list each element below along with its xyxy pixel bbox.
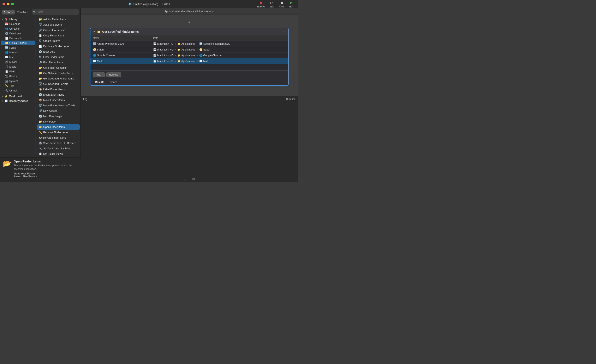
action-eject-disk[interactable]: 💿 Eject Disk — [37, 49, 80, 54]
sidebar-item-fonts[interactable]: 🔤 Fonts — [1, 45, 35, 50]
action-mount-disk[interactable]: 💽 Mount Disk Image — [37, 92, 80, 97]
action-icon: 📂 — [39, 125, 42, 129]
sidebar-item-calendar[interactable]: 📅 Calendar — [1, 22, 35, 26]
action-move-finder-trash[interactable]: 🗑️ Move Finder Items to Trash — [37, 103, 80, 108]
action-label: Set Folder Views — [43, 153, 63, 156]
sidebar-item-label: Contacts — [9, 27, 19, 30]
table-row[interactable]: ✉️ Mail 💾 Macintosh HD › 📁 Applications … — [90, 58, 288, 64]
action-get-specified-finder[interactable]: 📁 Get Specified Finder Items — [37, 76, 80, 81]
canvas-area: Application receives files and folders a… — [81, 8, 298, 182]
sidebar-search-input[interactable] — [32, 9, 79, 15]
action-set-folder-views[interactable]: 📋 Set Folder Views — [37, 151, 80, 157]
action-label: Eject Disk — [43, 50, 55, 53]
action-open-finder[interactable]: 📂 Open Finder Items — [37, 124, 80, 130]
action-new-disk-image[interactable]: 💽 New Disk Image — [37, 114, 80, 119]
action-copy-finder[interactable]: 📋 Copy Finder Items — [37, 33, 80, 38]
card-tab-options[interactable]: Options — [106, 80, 119, 84]
sidebar-item-system[interactable]: 💻 System — [1, 79, 35, 83]
sidebar-item-mail[interactable]: ✉️ Mail — [1, 55, 35, 59]
sidebar-item-utilities[interactable]: 🔧 Utilities — [1, 88, 35, 93]
action-get-folder-contents[interactable]: 📂 Get Folder Contents — [37, 65, 80, 71]
tab-actions[interactable]: Actions — [2, 10, 15, 15]
fullscreen-button[interactable] — [11, 3, 14, 5]
sidebar-item-label: Internet — [9, 51, 18, 54]
grid-view-button[interactable]: ⊞ — [191, 176, 197, 181]
action-label: Get Selected Finder Items — [43, 72, 73, 75]
sidebar-item-label: Movies — [9, 61, 18, 64]
step-button[interactable]: ⏭ Step — [268, 0, 276, 9]
canvas-header-text: Application receives files and folders a… — [81, 8, 298, 15]
tree-recently-added-header[interactable]: ▼ 🕐 Recently Added — [0, 98, 36, 103]
action-ask-servers[interactable]: 🖥️ Ask For Servers — [37, 22, 80, 28]
action-filter-finder[interactable]: 🔍 Filter Finder Items — [37, 54, 80, 60]
utilities-icon: 🔧 — [5, 89, 8, 92]
action-label: Mount Disk Image — [43, 93, 64, 96]
record-icon: ⏺ — [259, 0, 263, 5]
action-detail-description: This action opens the Finder items passe… — [14, 164, 78, 171]
tab-variables[interactable]: Variables — [15, 10, 30, 15]
action-ask-finder[interactable]: 📁 Ask for Finder Items — [37, 17, 80, 22]
action-scan-hp[interactable]: 🖨️ Scan Items from HP Devices — [37, 141, 80, 146]
action-icon: 📂 — [39, 66, 42, 69]
sidebar-item-contacts[interactable]: 👥 Contacts — [1, 26, 35, 31]
action-label: Connect to Servers — [43, 29, 65, 32]
sidebar-item-files-folders[interactable]: 📁 Files & Folders — [1, 41, 35, 45]
sidebar-item-pdfs[interactable]: 📋 PDFs — [1, 69, 35, 74]
sidebar-item-internet[interactable]: 🌐 Internet — [1, 50, 35, 55]
action-label: Find Finder Items — [43, 61, 63, 64]
sidebar-tabs: Actions Variables — [2, 10, 30, 15]
list-view-button[interactable]: ≡ — [182, 176, 187, 181]
close-button[interactable] — [2, 3, 5, 5]
action-label: Get Folder Contents — [43, 67, 67, 69]
action-connect-servers[interactable]: 🔗 Connect to Servers — [37, 28, 80, 33]
card-close-button[interactable]: × — [284, 30, 286, 34]
action-icon: 📦 — [39, 98, 42, 102]
action-icon: 💽 — [39, 93, 42, 97]
sidebar-item-music[interactable]: 🎵 Music — [1, 64, 35, 69]
action-label: Reveal Finder Items — [43, 136, 67, 139]
sidebar-item-label: System — [9, 80, 18, 82]
card-title-text: Get Specified Finder Items — [102, 30, 139, 33]
sidebar-item-photos[interactable]: 📷 Photos — [1, 74, 35, 79]
action-icon: 🖨️ — [39, 141, 42, 145]
sidebar-item-text[interactable]: ✏️ Text — [1, 83, 35, 88]
tree-most-used-header[interactable]: ▼ ⭐ Most Used — [0, 94, 36, 98]
action-new-aliases[interactable]: 🔗 New Aliases — [37, 108, 80, 114]
action-new-folder[interactable]: 📁 New Folder — [37, 119, 80, 124]
stop-button[interactable]: ⏹ Stop — [277, 0, 286, 9]
action-icon: 🔎 — [39, 61, 42, 64]
remove-button[interactable]: Remove — [106, 72, 121, 77]
action-move-finder[interactable]: 📦 Move Finder Items — [37, 97, 80, 103]
action-icon: 🔗 — [39, 109, 42, 112]
action-create-archive[interactable]: 🗜️ Create Archive — [37, 38, 80, 44]
minimize-button[interactable] — [7, 3, 9, 5]
add-button[interactable]: Add... — [93, 72, 105, 77]
action-label: New Aliases — [43, 110, 57, 112]
action-get-selected-finder[interactable]: 📁 Get Selected Finder Items — [37, 71, 80, 76]
sidebar-item-documents[interactable]: 📄 Documents — [1, 36, 35, 41]
action-set-application[interactable]: 🔧 Set Application for Files — [37, 146, 80, 151]
action-rename-finder[interactable]: ✏️ Rename Finder Items — [37, 130, 80, 135]
file-name-icon: 🅿️ — [93, 42, 96, 45]
main-layout: Actions Variables 🔍 ▼ 📚 Library — [0, 8, 298, 182]
sidebar-item-developer[interactable]: ⚙️ Developer — [1, 31, 35, 36]
sidebar-item-movies[interactable]: 🎬 Movies — [1, 59, 35, 64]
table-row[interactable]: 🌐 Google Chrome 💾 Macintosh HD › 📁 Appli… — [90, 52, 288, 58]
card-toggle-button[interactable]: ▼ — [93, 30, 95, 33]
input-value: Files/Folders — [21, 172, 36, 175]
log-area — [81, 102, 298, 175]
run-button[interactable]: ▶ Run — [287, 0, 296, 9]
table-row[interactable]: 🧭 Safari 💾 Macintosh HD › 📁 Applications… — [90, 47, 288, 52]
table-row[interactable]: 🅿️ Adobe Photoshop 2020 💾 Macintosh HD ›… — [90, 41, 288, 47]
card-tab-results[interactable]: Results — [93, 80, 106, 84]
action-label-finder[interactable]: 🏷️ Label Finder Items — [37, 87, 80, 92]
action-duplicate-finder[interactable]: 📄 Duplicate Finder Items — [37, 44, 80, 49]
action-icon: 💽 — [39, 115, 42, 118]
music-icon: 🎵 — [5, 65, 8, 68]
tree-library-header[interactable]: ▼ 📚 Library — [0, 17, 36, 22]
action-get-specified-servers[interactable]: 🖥️ Get Specified Servers — [37, 81, 80, 87]
record-button[interactable]: ⏺ Record — [255, 0, 267, 9]
action-reveal-finder[interactable]: 👁️ Reveal Finder Items — [37, 135, 80, 141]
action-icon: 📄 — [39, 45, 42, 48]
action-find-finder[interactable]: 🔎 Find Finder Items — [37, 60, 80, 65]
